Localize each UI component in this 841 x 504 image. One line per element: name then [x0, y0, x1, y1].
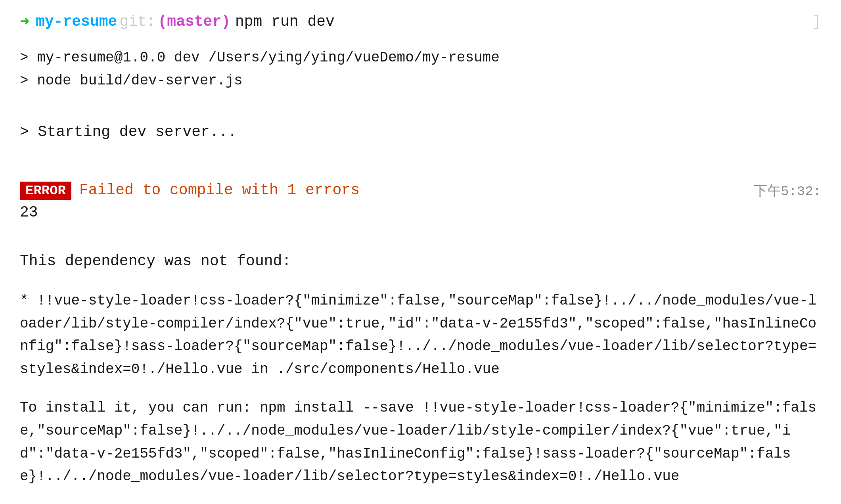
prompt-git-label: git: — [119, 13, 155, 30]
dependency-heading: This dependency was not found: — [20, 253, 821, 270]
prompt-directory: my-resume — [36, 13, 117, 30]
prompt-arrow-icon: ➜ — [20, 12, 29, 31]
error-header-left: ERROR Failed to compile with 1 errors — [20, 182, 360, 200]
terminal-window: ➜ my-resume git: (master) npm run dev ] … — [0, 0, 841, 504]
prompt-bracket-right: ] — [812, 13, 821, 30]
blank-line-2 — [20, 142, 821, 162]
output-line-2: > node build/dev-server.js — [20, 70, 821, 92]
prompt-branch-open: ( — [158, 13, 167, 30]
error-timestamp: 下午5:32: — [754, 182, 821, 200]
prompt-branch: (master) — [158, 13, 230, 30]
error-number: 23 — [20, 204, 821, 221]
blank-line-4 — [20, 233, 821, 253]
blank-line-3 — [20, 162, 821, 170]
prompt-branch-close: ) — [221, 13, 230, 30]
blank-line-5 — [20, 282, 821, 289]
starting-line: > Starting dev server... — [20, 123, 821, 140]
prompt-branch-name: master — [167, 13, 221, 30]
dependency-block: * !!vue-style-loader!css-loader?{"minimi… — [20, 289, 821, 381]
blank-line-1 — [20, 103, 821, 123]
prompt-command: npm run dev — [235, 13, 335, 30]
install-block: To install it, you can run: npm install … — [20, 397, 821, 488]
error-section: ERROR Failed to compile with 1 errors 下午… — [20, 182, 821, 221]
output-line-1: > my-resume@1.0.0 dev /Users/ying/ying/v… — [20, 47, 821, 69]
error-header: ERROR Failed to compile with 1 errors 下午… — [20, 182, 821, 200]
output-block: > my-resume@1.0.0 dev /Users/ying/ying/v… — [20, 47, 821, 92]
error-badge: ERROR — [20, 182, 71, 200]
error-message: Failed to compile with 1 errors — [79, 182, 360, 199]
prompt-line: ➜ my-resume git: (master) npm run dev ] — [20, 12, 821, 31]
